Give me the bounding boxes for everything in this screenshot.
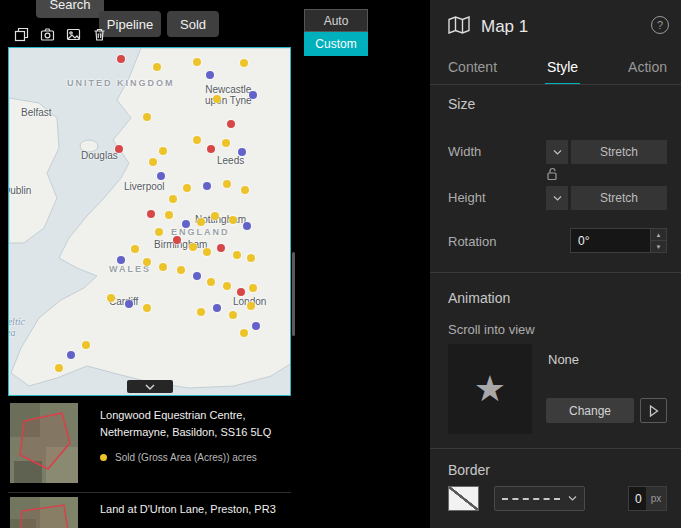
border-style-select[interactable] [494,486,585,511]
map-point[interactable] [193,272,201,280]
map-point[interactable] [243,222,251,230]
width-unit-dropdown[interactable] [546,140,568,164]
map-point[interactable] [182,220,190,228]
pipeline-button[interactable]: Pipeline [99,11,161,37]
border-width-input[interactable]: 0 px [628,486,667,511]
map-point[interactable] [131,245,139,253]
map-point[interactable] [197,308,205,316]
map-point[interactable] [229,311,237,319]
map-point[interactable] [125,300,133,308]
tab-style[interactable]: Style [547,58,578,84]
map-point[interactable] [82,341,90,349]
map-point[interactable] [227,120,235,128]
map-point[interactable] [67,351,75,359]
map-point[interactable] [249,91,257,99]
width-stretch-button[interactable]: Stretch [571,140,667,164]
map-point[interactable] [115,145,123,153]
map-point[interactable] [223,282,231,290]
map-point[interactable] [159,147,167,155]
map-point[interactable] [183,184,191,192]
map-point[interactable] [240,329,248,337]
map-point[interactable] [193,136,201,144]
map-point[interactable] [217,244,225,252]
map-point[interactable] [159,263,167,271]
map-point[interactable] [203,248,211,256]
map-point[interactable] [249,284,257,292]
map-point[interactable] [143,258,151,266]
map-point[interactable] [203,182,211,190]
map-point[interactable] [213,304,221,312]
duplicate-icon[interactable] [14,27,29,42]
tab-action[interactable]: Action [628,58,667,84]
map-point[interactable] [143,304,151,312]
height-stretch-button[interactable]: Stretch [571,186,667,210]
map-point[interactable] [147,210,155,218]
map-point[interactable] [241,186,249,194]
map-point[interactable] [247,302,255,310]
map-widget[interactable]: UNITED KINGDOMNewcastle upon TyneBelfast… [8,47,291,396]
search-button[interactable]: Search [36,0,104,18]
panel-header: Map 1 [448,16,528,38]
map-point[interactable] [155,228,163,236]
map-point[interactable] [165,211,173,219]
map-point[interactable] [211,212,219,220]
map-point[interactable] [153,63,161,71]
settings-panel: Map 1 ? Content Style Action Size Width … [430,0,681,528]
border-width-value[interactable]: 0 [629,487,646,510]
status-dot-icon [100,454,107,461]
height-unit-dropdown[interactable] [546,186,568,210]
mode-auto-button[interactable]: Auto [304,9,368,32]
map-point[interactable] [229,216,237,224]
trash-icon[interactable] [92,27,107,42]
change-button[interactable]: Change [546,398,634,423]
map-collapse-button[interactable] [127,380,173,393]
map-icon [448,16,470,38]
map-point[interactable] [223,180,231,188]
lock-aspect-icon[interactable] [546,167,559,185]
map-point[interactable] [213,95,221,103]
map-point[interactable] [247,254,255,262]
listing-status: Sold (Gross Area (Acres)) acres [100,452,257,463]
map-point[interactable] [193,58,201,66]
map-point[interactable] [206,71,214,79]
map-point[interactable] [240,59,248,67]
map-point[interactable] [117,256,125,264]
map-point[interactable] [207,145,215,153]
map-point[interactable] [233,251,241,259]
tab-content[interactable]: Content [448,58,497,84]
map-point[interactable] [177,266,185,274]
map-point[interactable] [237,288,245,296]
map-point[interactable] [238,148,246,156]
mode-custom-button[interactable]: Custom [304,32,368,56]
canvas-scrollbar[interactable] [292,252,295,336]
map-point[interactable] [252,322,260,330]
map-point[interactable] [189,243,197,251]
border-color-swatch[interactable] [448,486,479,511]
map-point[interactable] [107,294,115,302]
map-point[interactable] [222,139,230,147]
map-point[interactable] [55,364,63,372]
border-heading: Border [448,462,490,478]
listing-title: Land at D'Urton Lane, Preston, PR3 [100,501,285,518]
map-point[interactable] [169,195,177,203]
play-button[interactable] [640,398,667,423]
list-item[interactable]: Longwood Equestrian Centre, Nethermayne,… [8,400,291,491]
animation-preview[interactable]: ★ [448,344,532,434]
camera-icon[interactable] [40,27,55,42]
map-point[interactable] [117,55,125,63]
app-window: Search Pipeline Sold UNITED [0,0,681,528]
map-point[interactable] [149,158,157,166]
map-point[interactable] [143,113,151,121]
map-point[interactable] [197,218,205,226]
list-item[interactable]: Land at D'Urton Lane, Preston, PR3 [8,494,291,528]
map-point[interactable] [157,172,165,180]
rotation-input[interactable]: 0° ▲ ▼ [570,228,667,253]
rotation-decrement-button[interactable]: ▼ [651,241,666,252]
sold-button[interactable]: Sold [167,11,219,37]
rotation-value[interactable]: 0° [571,229,650,252]
image-icon[interactable] [66,27,81,42]
rotation-increment-button[interactable]: ▲ [651,229,666,241]
map-point[interactable] [173,236,181,244]
map-point[interactable] [207,278,215,286]
help-icon[interactable]: ? [651,16,669,34]
